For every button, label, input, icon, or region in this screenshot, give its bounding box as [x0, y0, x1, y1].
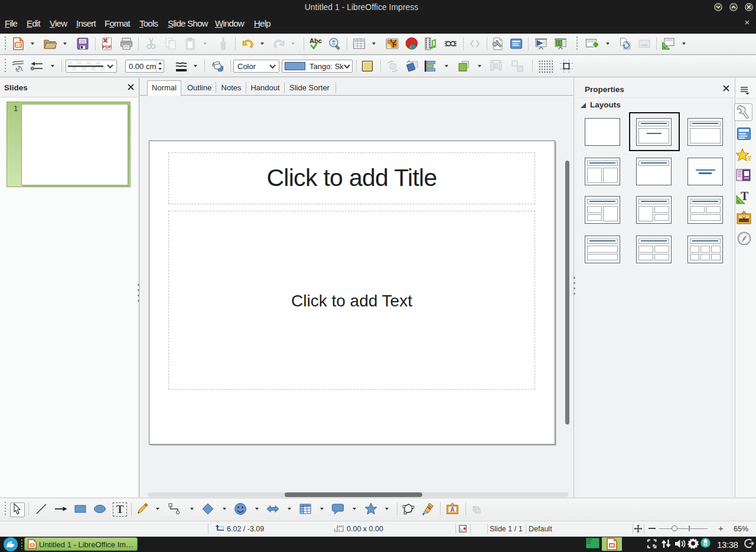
svg-text:Abc: Abc [309, 37, 322, 44]
svg-text:A: A [450, 506, 455, 513]
svg-text:T: T [116, 503, 124, 515]
svg-text:T: T [741, 190, 749, 202]
svg-text:PDF: PDF [103, 44, 112, 50]
